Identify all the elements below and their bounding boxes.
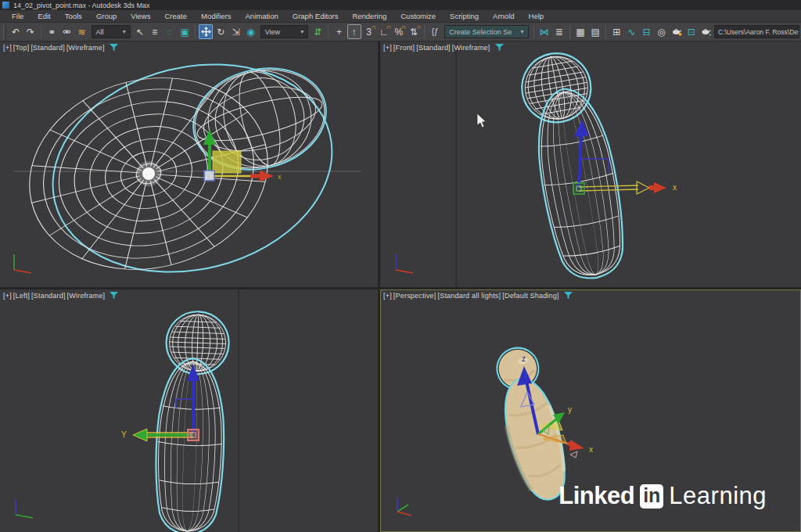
render-setup-button[interactable] bbox=[670, 24, 684, 39]
gizmo-plane-handle[interactable] bbox=[176, 399, 193, 409]
gizmo-center-box[interactable] bbox=[188, 430, 199, 440]
unlink-selection-button[interactable]: ⚮ bbox=[59, 24, 74, 39]
menu-scripting[interactable]: Scripting bbox=[443, 12, 486, 20]
vp-pov-menu[interactable]: [Left] bbox=[13, 292, 30, 300]
toggle-scene-explorer-button[interactable]: ▦ bbox=[573, 24, 587, 39]
align-icon: ≣ bbox=[555, 27, 563, 37]
select-and-move-button[interactable] bbox=[199, 24, 213, 39]
viewport-perspective[interactable]: z y x [+] [Pe bbox=[380, 289, 801, 532]
vp-shading-menu[interactable]: [Wireframe] bbox=[67, 292, 106, 300]
region-circle-button[interactable]: ◌ bbox=[163, 24, 177, 39]
viewport-left[interactable]: Y [+] [Left] [Standard] [Wireframe] bbox=[0, 289, 378, 532]
vp-standard-menu[interactable]: [Standard] bbox=[31, 44, 65, 52]
per-view-filter-icon[interactable] bbox=[495, 44, 505, 52]
vp-pov-menu[interactable]: [Perspective] bbox=[393, 292, 436, 300]
scale-icon: ⇲ bbox=[232, 27, 239, 37]
edit-named-selection-sets-button[interactable]: {ƒ bbox=[428, 24, 442, 39]
schematic-view-button[interactable]: ⊟ bbox=[639, 24, 653, 39]
vp-standard-menu[interactable]: [Standard all lights] bbox=[437, 292, 501, 300]
3ds-max-window: 14_02_pivot_point.max - Autodesk 3ds Max… bbox=[0, 0, 801, 532]
per-view-filter-icon[interactable] bbox=[110, 44, 119, 52]
selection-filter-dropdown[interactable]: All ▾ bbox=[92, 25, 131, 38]
coordinate-system-value: View bbox=[265, 28, 280, 36]
align-button[interactable]: ≣ bbox=[552, 24, 566, 39]
angle-snap-button[interactable]: ∟∩ bbox=[377, 24, 391, 39]
vp-general-menu[interactable]: [+] bbox=[383, 44, 392, 52]
select-and-link-button[interactable]: ⚭ bbox=[45, 24, 59, 39]
menu-tools[interactable]: Tools bbox=[58, 12, 89, 20]
menu-edit[interactable]: Edit bbox=[31, 12, 57, 20]
pin-object-top-wireframe[interactable] bbox=[9, 41, 354, 287]
spinner-snap-button[interactable]: ⇅∩ bbox=[407, 24, 421, 39]
vp-shading-menu[interactable]: [Default Shading] bbox=[502, 292, 559, 300]
named-selection-sets-dropdown[interactable]: Create Selection Se ▾ bbox=[444, 25, 528, 38]
render-production-button[interactable] bbox=[699, 24, 713, 39]
gizmo-plane-handle[interactable] bbox=[213, 151, 241, 173]
menu-modifiers[interactable]: Modifiers bbox=[194, 12, 239, 20]
undo-button[interactable]: ↶ bbox=[9, 24, 23, 39]
toolbar-grip[interactable] bbox=[3, 25, 6, 39]
material-editor-button[interactable]: ◎ bbox=[655, 24, 669, 39]
snap-toggle-3d-button[interactable]: 3∩ bbox=[362, 24, 376, 39]
mirror-button[interactable]: ⋈ bbox=[537, 24, 551, 39]
select-by-name-button[interactable]: ≡ bbox=[148, 24, 162, 39]
rendered-frame-window-button[interactable]: ⊡ bbox=[684, 24, 699, 39]
select-and-place-button[interactable]: ◉ bbox=[244, 24, 258, 39]
named-sets-icon: {ƒ bbox=[432, 28, 439, 36]
move-gizmo-front[interactable]: x bbox=[573, 120, 677, 194]
viewport-label-front: [+] [Front] [Standard] [Wireframe] bbox=[383, 44, 505, 52]
toggle-ribbon-button[interactable]: ⊞ bbox=[609, 24, 623, 39]
menu-arnold[interactable]: Arnold bbox=[486, 12, 521, 20]
vp-shading-menu[interactable]: [Wireframe] bbox=[66, 44, 105, 52]
menu-file[interactable]: File bbox=[5, 12, 31, 20]
reference-coordinate-dropdown[interactable]: View ▾ bbox=[260, 25, 309, 38]
scene-explorer-icon: ▦ bbox=[576, 27, 584, 37]
redo-button[interactable]: ↷ bbox=[23, 24, 38, 39]
viewport-top[interactable]: x [+] [Top] [Standard] [Wireframe] bbox=[0, 41, 378, 287]
select-object-button[interactable]: ↖ bbox=[133, 24, 147, 39]
use-pivot-center-button[interactable]: ⇵ bbox=[311, 24, 325, 39]
gizmo-x-axis[interactable] bbox=[579, 185, 638, 187]
per-view-filter-icon[interactable] bbox=[564, 292, 573, 300]
vp-general-menu[interactable]: [+] bbox=[383, 292, 392, 300]
menu-graph-editors[interactable]: Graph Editors bbox=[286, 12, 346, 20]
vp-standard-menu[interactable]: [Standard] bbox=[416, 44, 451, 52]
vp-general-menu[interactable]: [+] bbox=[3, 44, 12, 52]
menu-help[interactable]: Help bbox=[522, 12, 551, 20]
viewport-front-canvas[interactable]: x bbox=[380, 41, 801, 287]
region-rect-button[interactable]: ▣ bbox=[178, 24, 192, 39]
viewport-top-canvas[interactable]: x bbox=[0, 41, 378, 287]
curve-editor-button[interactable]: ∿ bbox=[624, 24, 638, 39]
vp-pov-menu[interactable]: [Front] bbox=[393, 44, 415, 52]
viewport-left-canvas[interactable]: Y bbox=[0, 289, 378, 532]
toggle-layer-explorer-button[interactable]: ▤ bbox=[588, 24, 602, 39]
magnet-icon: ∩ bbox=[386, 24, 391, 31]
menu-customize[interactable]: Customize bbox=[393, 12, 443, 20]
bind-to-space-warp-button[interactable]: ≋ bbox=[74, 24, 88, 39]
project-path-field[interactable]: C:\Users\Aaron F. Ross\Desktop\E bbox=[714, 25, 799, 38]
snaps-toggle-button[interactable]: ↑ bbox=[347, 24, 361, 39]
select-and-scale-button[interactable]: ⇲ bbox=[228, 24, 242, 39]
percent-snap-button[interactable]: %∩ bbox=[392, 24, 406, 39]
per-view-filter-icon[interactable] bbox=[110, 292, 119, 300]
pin-object-front-wireframe[interactable] bbox=[516, 46, 632, 285]
menu-views[interactable]: Views bbox=[124, 12, 157, 20]
linkedin-wordmark: Linked bbox=[559, 482, 634, 510]
gizmo-center-box[interactable] bbox=[204, 171, 214, 181]
toolbar-separator bbox=[424, 25, 425, 39]
menu-rendering[interactable]: Rendering bbox=[345, 12, 393, 20]
vp-general-menu[interactable]: [+] bbox=[3, 292, 12, 300]
select-and-rotate-button[interactable]: ↻ bbox=[214, 24, 228, 39]
menu-group[interactable]: Group bbox=[89, 12, 124, 20]
vp-pov-menu[interactable]: [Top] bbox=[13, 44, 30, 52]
move-gizmo-top[interactable]: x bbox=[203, 129, 282, 182]
curve-editor-icon: ∿ bbox=[627, 27, 635, 37]
viewport-front[interactable]: x [+] [Front] [Standard] [Wireframe] bbox=[380, 41, 801, 287]
move-gizmo-left[interactable]: Y bbox=[121, 365, 199, 441]
vp-standard-menu[interactable]: [Standard] bbox=[31, 292, 66, 300]
menu-create[interactable]: Create bbox=[157, 12, 194, 20]
select-and-manipulate-button[interactable]: + bbox=[332, 24, 346, 39]
gizmo-center-box[interactable] bbox=[573, 183, 584, 194]
vp-shading-menu[interactable]: [Wireframe] bbox=[452, 44, 490, 52]
menu-animation[interactable]: Animation bbox=[239, 12, 286, 20]
